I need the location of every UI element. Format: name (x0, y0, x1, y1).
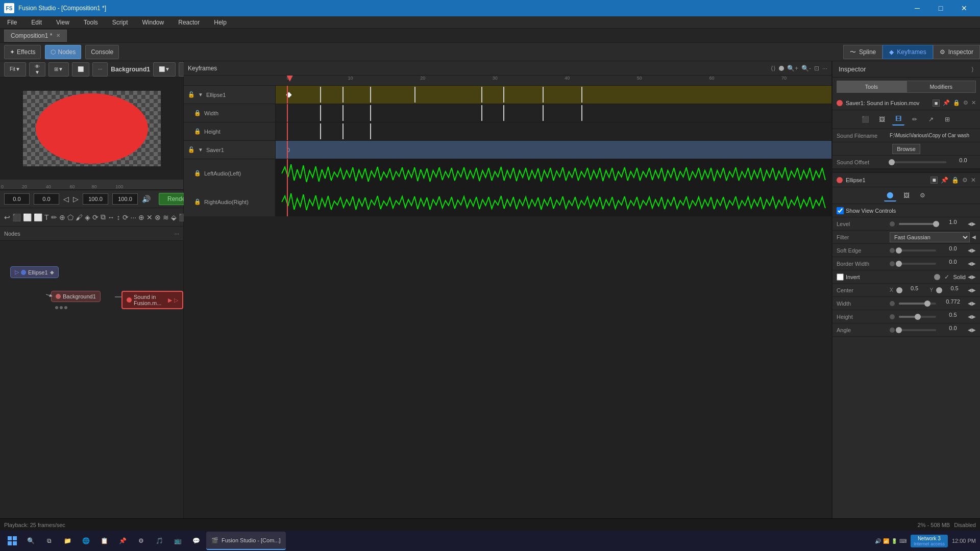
transform-tool-button[interactable]: ⟳ (92, 210, 99, 224)
show-view-controls-checkbox[interactable] (837, 207, 844, 214)
console-button[interactable]: Console (85, 45, 119, 59)
saver-img-icon[interactable]: 🖼 (876, 113, 888, 126)
rotate-tool-button[interactable]: ⟳ (122, 210, 129, 224)
audio-button[interactable]: 🔊 (142, 193, 151, 205)
nodes-more-button[interactable]: ··· (175, 231, 179, 237)
saver1-track-content[interactable]: 0 (276, 141, 831, 159)
border-width-slider[interactable] (899, 263, 936, 265)
viewer-small-button[interactable]: ⬛ (12, 210, 21, 224)
ellipse1-lock-icon[interactable]: 🔒 (951, 177, 959, 184)
prev-arrow-button[interactable]: ◁ (63, 193, 69, 205)
fusion-taskbar-app[interactable]: 🎬 Fusion Studio - [Com...] (206, 532, 286, 550)
background1-node[interactable]: Background1 (51, 291, 101, 302)
viewer-fit-button[interactable]: Fit▼ (4, 62, 26, 77)
effects-button[interactable]: ✦ Effects (4, 45, 41, 59)
browse-button[interactable]: Browse (892, 144, 920, 154)
saver-node[interactable]: Sound in Fusion.m... ▶ ▷ (121, 291, 183, 309)
width-arrow[interactable]: ◀▶ (968, 300, 976, 306)
height-track-content[interactable] (276, 122, 831, 140)
ellipse1-close-icon[interactable]: ✕ (971, 177, 976, 184)
remove-tool-button[interactable]: ✕ (146, 210, 153, 224)
viewer-canvas-area[interactable] (0, 78, 183, 180)
inspector-button[interactable]: ⚙ Inspector (933, 45, 980, 59)
saver-pen-icon[interactable]: ✏ (909, 113, 921, 126)
next-arrow-button[interactable]: ▷ (73, 193, 79, 205)
right-audio-lock[interactable]: 🔒 (194, 198, 201, 205)
tools-tab[interactable]: Tools (837, 81, 906, 93)
pen-tool-button[interactable]: ✏ (51, 210, 57, 224)
right-audio-content[interactable] (276, 188, 831, 216)
minimize-button[interactable]: ─ (905, 0, 929, 16)
level-arrow[interactable]: ◀▶ (968, 221, 976, 227)
ellipse1-expand[interactable]: ▼ (198, 92, 203, 97)
composition-tab[interactable]: Composition1 * ✕ (4, 30, 67, 42)
edge-button[interactable]: 🌐 (78, 533, 94, 549)
height-lock[interactable]: 🔒 (194, 128, 201, 135)
viewer-fit2-button[interactable]: ⬜ (34, 210, 42, 224)
tray-icon-3[interactable]: 🔋 (891, 538, 897, 544)
angle-arrow[interactable]: ◀▶ (968, 327, 976, 333)
saver-node-expand[interactable]: ▷ (174, 297, 178, 304)
kf-more[interactable]: ··· (822, 65, 827, 72)
misc-button[interactable]: 📋 (96, 533, 112, 549)
saver1-pin-icon[interactable]: 📌 (943, 99, 950, 106)
network-badge[interactable]: Network 3 Internet access (911, 535, 948, 547)
width-lock[interactable]: 🔒 (194, 110, 201, 116)
gradient-tool-button[interactable]: ◈ (85, 210, 90, 224)
out-point-input[interactable] (112, 193, 138, 205)
menu-file[interactable]: File (4, 18, 20, 27)
tray-icon-1[interactable]: 🔊 (875, 538, 881, 544)
close-button[interactable]: ✕ (952, 0, 976, 16)
ellipse1-settings-icon[interactable]: ⚙ (962, 177, 968, 184)
viewer-view-button[interactable]: 👁▼ (29, 62, 45, 77)
ellipse1-node[interactable]: ▷ Ellipse1 ◆ (10, 266, 59, 278)
current-frame-input[interactable] (34, 193, 59, 205)
left-audio-content[interactable]: // This will be generated inline (276, 159, 831, 188)
keyframes-button[interactable]: ◆ Keyframes (883, 45, 933, 59)
ellipse-shape-icon[interactable]: ⬤ (884, 189, 896, 202)
viewer-grid-button[interactable]: ⊞▼ (48, 62, 69, 77)
viewer-large-button[interactable]: ⬜ (23, 210, 32, 224)
ellipse1-pin-icon[interactable]: 📌 (941, 177, 948, 184)
border-width-arrow[interactable]: ◀▶ (968, 261, 976, 266)
saver-curve-icon[interactable]: ↗ (925, 113, 937, 126)
ellipse-settings2-icon[interactable]: ⚙ (917, 189, 929, 202)
left-audio-lock[interactable]: 🔒 (194, 170, 201, 177)
filter-arrow[interactable]: ◀ (972, 234, 976, 240)
saver1-settings-icon[interactable]: ⚙ (963, 99, 968, 106)
menu-reactor[interactable]: Reactor (175, 18, 203, 27)
width-track-content[interactable] (276, 104, 831, 122)
saver1-color-btn[interactable]: ■ (933, 99, 940, 107)
tab-close-button[interactable]: ✕ (56, 33, 60, 38)
start-button[interactable] (4, 533, 20, 549)
saver1-expand[interactable]: ▼ (198, 147, 203, 153)
more-draw-button[interactable]: ··· (131, 210, 137, 224)
text-tool-button[interactable]: T (44, 210, 49, 224)
height-arrow[interactable]: ◀▶ (968, 314, 976, 319)
misc2-button[interactable]: 📌 (114, 533, 131, 549)
invert-checkbox[interactable] (837, 273, 844, 281)
viewer-more-button[interactable]: ··· (92, 62, 108, 77)
menu-window[interactable]: Window (139, 18, 167, 27)
ellipse1-lock[interactable]: 🔓 (188, 91, 195, 98)
tray-icon-2[interactable]: 📶 (883, 538, 889, 544)
explorer-button[interactable]: 📁 (59, 533, 76, 549)
tray-icon-4[interactable]: ⌨ (899, 538, 906, 544)
saver1-lock[interactable]: 🔓 (188, 146, 195, 153)
modifiers-tab[interactable]: Modifiers (906, 81, 976, 93)
ellipse-expand-icon[interactable]: ▷ (15, 269, 19, 276)
saver-film-icon[interactable]: 🎞 (892, 113, 904, 126)
soft-edge-slider[interactable] (899, 249, 936, 252)
misc4-button[interactable]: 🎵 (151, 533, 167, 549)
ellipse1-color-btn[interactable]: ■ (930, 177, 938, 184)
width-slider[interactable] (899, 303, 936, 305)
kf-edit-icon[interactable]: ⟨⟩ (771, 65, 776, 72)
menu-view[interactable]: View (53, 18, 72, 27)
merge-tool-button[interactable]: ⊗ (155, 210, 161, 224)
flip-v-button[interactable]: ↕ (117, 210, 120, 224)
paint2-tool-button[interactable]: ⬙ (171, 210, 177, 224)
maximize-button[interactable]: □ (929, 0, 952, 16)
misc6-button[interactable]: 💬 (188, 533, 204, 549)
height-slider[interactable] (899, 316, 936, 318)
solid-arrow[interactable]: ◀▶ (968, 274, 976, 280)
